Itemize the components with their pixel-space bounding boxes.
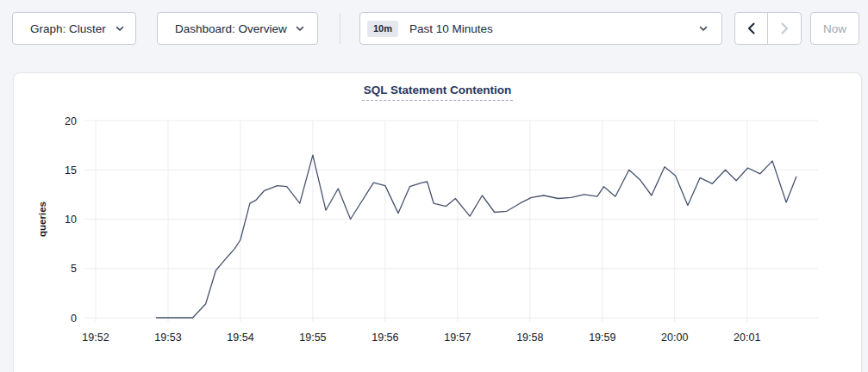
x-tick-label: 19:55 [299, 332, 326, 344]
graph-dropdown-label: Graph: Cluster [30, 22, 106, 35]
next-time-window-button[interactable] [768, 13, 801, 44]
y-tick-label: 15 [65, 164, 77, 177]
y-axis-label: queries [37, 202, 47, 237]
x-tick-label: 19:57 [444, 332, 471, 344]
toolbar-divider [340, 13, 340, 44]
time-range-label: Past 10 Minutes [409, 22, 699, 35]
now-button-label: Now [823, 22, 846, 35]
chevron-down-icon [116, 26, 124, 32]
time-step-button-group [734, 12, 802, 45]
chevron-left-icon [747, 22, 755, 34]
x-tick-label: 19:53 [154, 332, 181, 344]
y-tick-label: 5 [71, 263, 77, 275]
chevron-down-icon [296, 26, 304, 32]
chart-card: SQL Statement Contention 0510152019:5219… [13, 72, 862, 372]
dashboard-dropdown-label: Dashboard: Overview [175, 22, 287, 35]
x-tick-label: 19:58 [516, 332, 543, 344]
x-tick-label: 20:00 [661, 332, 688, 344]
x-tick-label: 19:59 [589, 332, 615, 344]
chevron-right-icon [781, 22, 789, 34]
y-tick-label: 20 [65, 115, 77, 127]
x-tick-label: 20:01 [734, 332, 760, 344]
x-tick-label: 19:56 [372, 332, 398, 344]
dashboard-dropdown[interactable]: Dashboard: Overview [157, 12, 318, 45]
line-chart[interactable]: 0510152019:5219:5319:5419:5519:5619:5719… [14, 73, 863, 372]
toolbar: Graph: Cluster Dashboard: Overview 10m P… [0, 0, 868, 57]
x-tick-label: 19:54 [227, 332, 253, 344]
chevron-down-icon [699, 26, 708, 32]
x-tick-label: 19:52 [82, 332, 109, 344]
graph-dropdown[interactable]: Graph: Cluster [12, 12, 136, 45]
chart-plot-area[interactable] [84, 121, 818, 318]
now-button[interactable]: Now [810, 12, 859, 45]
y-tick-label: 0 [71, 313, 77, 325]
previous-time-window-button[interactable] [735, 13, 768, 44]
y-tick-label: 10 [65, 214, 77, 226]
time-range-picker[interactable]: 10m Past 10 Minutes [359, 12, 722, 45]
time-range-badge: 10m [367, 21, 398, 37]
